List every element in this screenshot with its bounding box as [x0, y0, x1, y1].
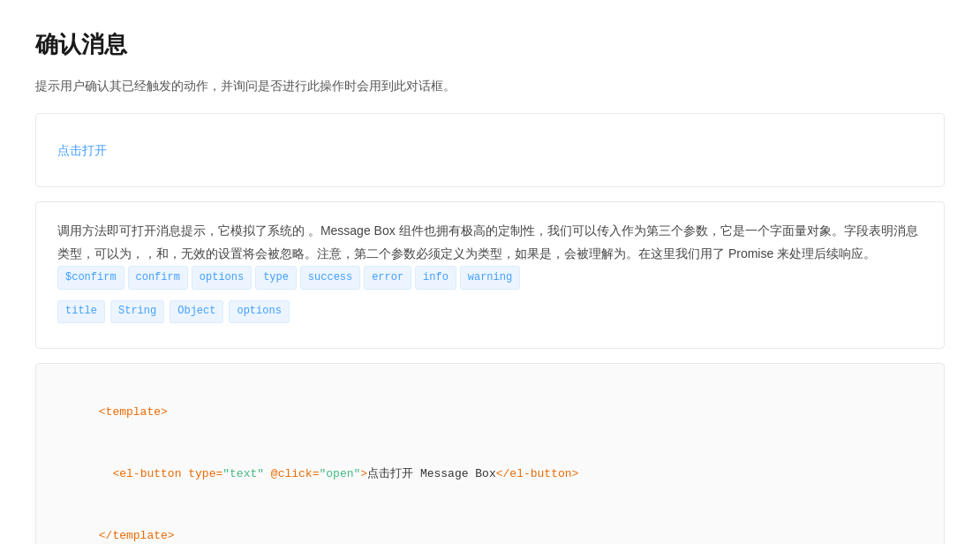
code-box: <template> <el-button type="text" @click… — [35, 363, 945, 544]
tag-confirm: confirm — [128, 266, 188, 291]
code-string-open: "open" — [319, 467, 360, 480]
demo-box: 点击打开 — [35, 113, 945, 187]
demo-open-link[interactable]: 点击打开 — [57, 143, 107, 157]
code-template-open: <template> — [57, 382, 923, 443]
tag-warning: warning — [460, 266, 520, 291]
tag-info: info — [415, 266, 456, 291]
page-title: 确认消息 — [35, 26, 945, 64]
description-box: 调用方法即可打开消息提示，它模拟了系统的 。Message Box 组件也拥有极… — [35, 201, 945, 348]
tag-error: error — [364, 266, 411, 291]
code-tag-el-button-close1: > — [360, 467, 367, 480]
page-subtitle: 提示用户确认其已经触发的动作，并询问是否进行此操作时会用到此对话框。 — [35, 76, 945, 95]
tag-success: success — [300, 266, 360, 291]
tag-options-2: options — [229, 300, 289, 322]
code-button-text: 点击打开 Message Box — [367, 467, 496, 480]
tag-options-1: options — [192, 266, 252, 291]
tag-type: type — [255, 266, 297, 291]
code-tag-el-button-close2: </el-button> — [496, 467, 579, 480]
tag-title: title — [57, 300, 105, 322]
code-attr-click: @click= — [264, 467, 319, 480]
code-el-button: <el-button type="text" @click="open">点击打… — [57, 443, 923, 505]
code-attr-type: type= — [181, 467, 222, 480]
tag-row-2: title String Object options — [57, 300, 923, 322]
code-tag-template-close: </template> — [99, 529, 175, 542]
code-tag-el-button-open: <el-button — [112, 467, 181, 480]
description-text: 调用方法即可打开消息提示，它模拟了系统的 。Message Box 组件也拥有极… — [57, 220, 923, 290]
code-tag-template-open: <template> — [99, 405, 168, 419]
tag-confirm-dollar: $confirm — [57, 266, 124, 291]
code-template-close: </template> — [57, 505, 923, 544]
code-string-text: "text" — [222, 467, 264, 480]
tag-string: String — [110, 300, 164, 322]
code-indent — [99, 467, 113, 480]
page-container: 确认消息 提示用户确认其已经触发的动作，并询问是否进行此操作时会用到此对话框。 … — [0, 0, 980, 544]
tag-object: Object — [170, 300, 223, 322]
